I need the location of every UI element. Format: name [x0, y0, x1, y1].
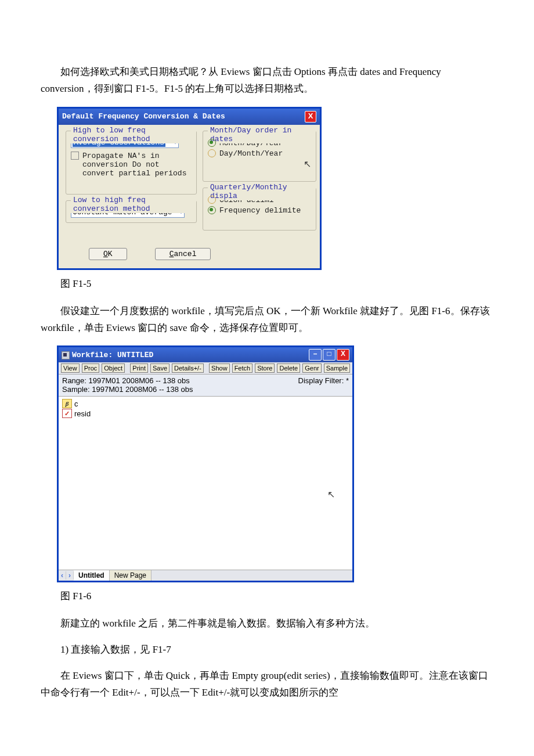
group-label: Quarterly/Monthly displa — [208, 183, 316, 200]
paragraph: 假设建立一个月度数据的 workfile，填写完后点 OK，一个新 Workfi… — [41, 303, 493, 337]
day-month-year-radio[interactable] — [208, 149, 216, 157]
sample-text: Sample: 1997M01 2008M06 -- 138 obs — [62, 385, 193, 394]
close-icon[interactable]: X — [305, 111, 316, 123]
maximize-icon[interactable]: □ — [323, 349, 335, 361]
propagate-na-checkbox[interactable] — [71, 152, 79, 160]
cursor-icon: ↖ — [327, 489, 335, 500]
paragraph: 如何选择欧式和美式日期格式呢？从 Eviews 窗口点击 Options 再点击… — [41, 64, 493, 98]
radio-label: Frequency delimite — [219, 206, 301, 215]
paragraph: 在 Eviews 窗口下，单击 Quick，再单击 Empty group(ed… — [41, 668, 493, 701]
tab-next[interactable]: › — [66, 571, 74, 579]
checkbox-label: Propagate NA's in conversion Do not conv… — [82, 152, 186, 178]
group-label: Month/Day order in dates — [208, 126, 316, 143]
minimize-icon[interactable]: – — [309, 349, 322, 361]
toolbar-sample[interactable]: Sample — [324, 363, 350, 373]
group-label: Low to high freq conversion method — [71, 196, 196, 213]
close-icon[interactable]: X — [337, 349, 349, 361]
tab-new-page[interactable]: New Page — [110, 570, 151, 581]
toolbar-view[interactable]: View — [61, 363, 80, 373]
window-title: Workfile: UNTITLED — [72, 351, 153, 359]
colon-delim-radio[interactable] — [208, 196, 216, 204]
toolbar-proc[interactable]: Proc — [82, 363, 100, 373]
tab-prev[interactable]: ‹ — [59, 571, 66, 579]
tab-untitled[interactable]: Untitled — [74, 570, 110, 581]
toolbar-print[interactable]: Print — [130, 363, 148, 373]
freq-delim-radio[interactable] — [208, 206, 216, 214]
figure-caption: 图 F1-5 — [41, 276, 493, 293]
ok-button[interactable]: OK — [89, 248, 127, 260]
toolbar-store[interactable]: Store — [255, 363, 275, 373]
radio-label: Day/Month/Year — [219, 149, 283, 158]
toolbar-delete[interactable]: Delete — [277, 363, 300, 373]
figure-caption: 图 F1-6 — [41, 588, 493, 605]
toolbar-show[interactable]: Show — [209, 363, 230, 373]
app-icon — [62, 351, 70, 359]
range-text: Range: 1997M01 2008M06 -- 138 obs — [62, 376, 193, 385]
coef-icon: β — [62, 399, 72, 408]
toolbar-genr[interactable]: Genr — [302, 363, 321, 373]
paragraph: 新建立的 workfile 之后，第二件事就是输入数据。数据输入有多种方法。 — [41, 615, 493, 632]
cancel-button[interactable]: Cancel — [155, 248, 211, 260]
workfile-window: Workfile: UNTITLED – □ X View Proc Objec… — [57, 345, 354, 582]
month-day-year-radio[interactable] — [208, 139, 216, 147]
dialog-title: Default Frequency Conversion & Dates — [62, 112, 225, 121]
object-c[interactable]: β c — [62, 399, 349, 408]
toolbar-object[interactable]: Object — [102, 363, 125, 373]
freq-conversion-dialog: Default Frequency Conversion & Dates X H… — [57, 107, 322, 270]
cursor-icon: ↖ — [304, 159, 311, 169]
display-filter: Display Filter: * — [298, 376, 349, 394]
toolbar-fetch[interactable]: Fetch — [232, 363, 253, 373]
toolbar-save[interactable]: Save — [150, 363, 169, 373]
toolbar-details[interactable]: Details+/- — [172, 363, 204, 373]
object-resid[interactable]: ✓ resid — [62, 409, 349, 418]
group-label: High to low freq conversion method — [71, 126, 196, 143]
series-icon: ✓ — [62, 409, 72, 418]
paragraph: 1) 直接输入数据，见 F1-7 — [41, 642, 493, 658]
toolbar: View Proc Object Print Save Details+/- S… — [59, 362, 352, 375]
